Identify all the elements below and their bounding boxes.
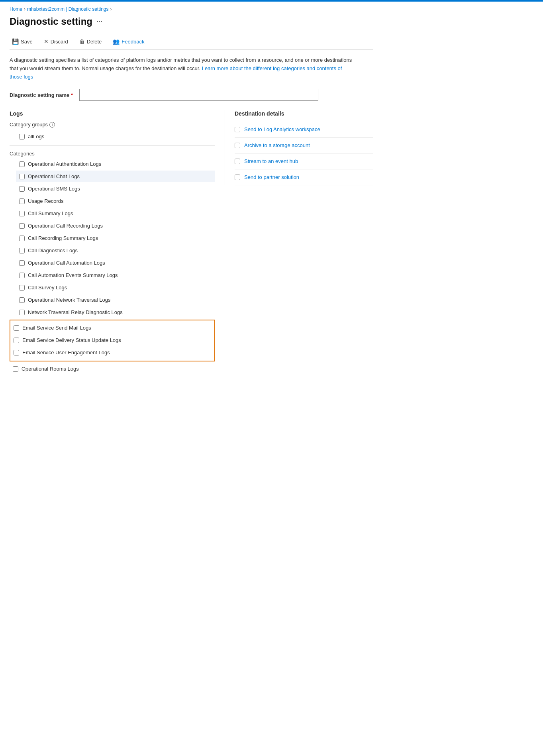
callautomationevents-label: Call Automation Events Summary Logs	[28, 272, 118, 278]
callsurvey-label: Call Survey Logs	[28, 285, 67, 291]
logs-section-title: Logs	[10, 110, 215, 117]
emailengagement-checkbox[interactable]	[14, 350, 19, 355]
info-icon[interactable]: i	[49, 122, 55, 128]
eventhub-label: Stream to an event hub	[244, 158, 298, 164]
category-groups-label: Category groups i	[10, 122, 215, 128]
delete-icon: 🗑	[79, 38, 85, 45]
auth-label: Operational Authentication Logs	[28, 161, 101, 167]
toolbar: 💾 Save ✕ Discard 🗑 Delete 👥 Feedback	[10, 33, 373, 50]
discard-button[interactable]: ✕ Discard	[41, 37, 71, 46]
save-icon: 💾	[12, 38, 19, 45]
sms-label: Operational SMS Logs	[28, 186, 80, 192]
checkbox-row-emaildelivery[interactable]: Email Service Delivery Status Update Log…	[10, 334, 214, 346]
checkbox-row-callrecording[interactable]: Operational Call Recording Logs	[16, 220, 215, 232]
emaildelivery-label: Email Service Delivery Status Update Log…	[22, 337, 121, 343]
chat-label: Operational Chat Logs	[28, 173, 80, 179]
emailsend-checkbox[interactable]	[14, 325, 19, 331]
callautomation-label: Operational Call Automation Logs	[28, 260, 105, 266]
calldiag-checkbox[interactable]	[19, 248, 25, 253]
networktraversal-label: Operational Network Traversal Logs	[28, 297, 110, 303]
feedback-icon: 👥	[113, 38, 120, 45]
separator	[10, 145, 215, 146]
page-title-row: Diagnostic setting ···	[10, 16, 373, 27]
required-indicator: *	[71, 92, 73, 98]
storage-checkbox[interactable]	[235, 143, 240, 148]
feedback-button[interactable]: 👥 Feedback	[110, 37, 147, 46]
setting-name-label: Diagnostic setting name *	[10, 92, 73, 98]
checkbox-row-callrecordingsummary[interactable]: Call Recording Summary Logs	[16, 232, 215, 244]
checkbox-row-operationalrooms[interactable]: Operational Rooms Logs	[10, 363, 215, 375]
breadcrumb-home[interactable]: Home	[10, 6, 22, 12]
checkbox-row-networktraversal[interactable]: Operational Network Traversal Logs	[16, 294, 215, 306]
destination-title: Destination details	[235, 110, 373, 117]
eventhub-checkbox[interactable]	[235, 159, 240, 164]
emailsend-label: Email Service Send Mail Logs	[22, 325, 91, 331]
partner-checkbox[interactable]	[235, 175, 240, 180]
checkbox-row-networktraversalrelay[interactable]: Network Traversal Relay Diagnostic Logs	[16, 306, 215, 318]
page-title: Diagnostic setting	[10, 16, 92, 27]
checkbox-row-usage[interactable]: Usage Records	[16, 195, 215, 207]
more-options-icon[interactable]: ···	[96, 18, 102, 26]
callrecordingsummary-label: Call Recording Summary Logs	[28, 235, 98, 241]
destination-section: Destination details Send to Log Analytic…	[225, 110, 373, 185]
checkbox-row-sms[interactable]: Operational SMS Logs	[16, 183, 215, 194]
all-logs-row-container: allLogs	[16, 131, 215, 142]
dest-row-partner[interactable]: Send to partner solution	[235, 169, 373, 185]
sms-checkbox[interactable]	[19, 186, 25, 192]
dest-row-loganalytics[interactable]: Send to Log Analytics workspace	[235, 122, 373, 137]
callsurvey-checkbox[interactable]	[19, 285, 25, 291]
partner-label: Send to partner solution	[244, 174, 299, 180]
breadcrumb-resource[interactable]: mhsbxtest2comm | Diagnostic settings	[27, 6, 109, 12]
usage-checkbox[interactable]	[19, 198, 25, 204]
checkbox-row-callsurvey[interactable]: Call Survey Logs	[16, 282, 215, 293]
delete-button[interactable]: 🗑 Delete	[77, 37, 104, 46]
chat-checkbox[interactable]	[19, 174, 25, 179]
discard-icon: ✕	[44, 38, 49, 45]
callrecording-checkbox[interactable]	[19, 223, 25, 229]
networktraversalrelay-label: Network Traversal Relay Diagnostic Logs	[28, 309, 123, 315]
emailengagement-label: Email Service User Engagement Logs	[22, 350, 110, 355]
calldiag-label: Call Diagnostics Logs	[28, 247, 78, 253]
categories-label: Categories	[10, 151, 215, 157]
checkbox-row-callsummary[interactable]: Call Summary Logs	[16, 208, 215, 219]
checkbox-row-chat[interactable]: Operational Chat Logs	[16, 171, 215, 182]
checkbox-row-auth[interactable]: Operational Authentication Logs	[16, 158, 215, 170]
operationalrooms-checkbox[interactable]	[13, 366, 18, 372]
callsummary-label: Call Summary Logs	[28, 210, 73, 216]
checkbox-row-emailsend[interactable]: Email Service Send Mail Logs	[10, 322, 214, 334]
checkbox-row-emailengagement[interactable]: Email Service User Engagement Logs	[10, 347, 214, 358]
checkbox-row-callautomationevents[interactable]: Call Automation Events Summary Logs	[16, 269, 215, 281]
callrecordingsummary-checkbox[interactable]	[19, 236, 25, 241]
main-content: Logs Category groups i allLogs Categorie…	[10, 110, 373, 375]
loganalytics-label: Send to Log Analytics workspace	[244, 126, 320, 132]
callautomation-checkbox[interactable]	[19, 260, 25, 266]
checkbox-row-callautomation[interactable]: Operational Call Automation Logs	[16, 257, 215, 269]
loganalytics-checkbox[interactable]	[235, 127, 240, 132]
save-button[interactable]: 💾 Save	[10, 37, 35, 46]
auth-checkbox[interactable]	[19, 161, 25, 167]
dest-row-storage[interactable]: Archive to a storage account	[235, 137, 373, 153]
emaildelivery-checkbox[interactable]	[14, 338, 19, 343]
usage-label: Usage Records	[28, 198, 64, 204]
networktraversal-checkbox[interactable]	[19, 297, 25, 303]
setting-name-row: Diagnostic setting name *	[10, 89, 373, 101]
alllogs-checkbox-row[interactable]: allLogs	[16, 131, 215, 142]
categories-list: Operational Authentication Logs Operatio…	[10, 158, 215, 375]
operationalrooms-label: Operational Rooms Logs	[22, 366, 79, 372]
callautomationevents-checkbox[interactable]	[19, 273, 25, 278]
logs-section: Logs Category groups i allLogs Categorie…	[10, 110, 225, 375]
alllogs-label[interactable]: allLogs	[28, 134, 44, 139]
description: A diagnostic setting specifies a list of…	[10, 56, 352, 81]
networktraversalrelay-checkbox[interactable]	[19, 310, 25, 315]
storage-label: Archive to a storage account	[244, 142, 310, 148]
email-group-box: Email Service Send Mail Logs Email Servi…	[10, 320, 215, 361]
dest-row-eventhub[interactable]: Stream to an event hub	[235, 153, 373, 169]
callsummary-checkbox[interactable]	[19, 211, 25, 216]
checkbox-row-calldiag[interactable]: Call Diagnostics Logs	[16, 245, 215, 256]
alllogs-checkbox[interactable]	[19, 134, 25, 139]
callrecording-label: Operational Call Recording Logs	[28, 223, 103, 229]
setting-name-input[interactable]	[79, 89, 318, 101]
breadcrumb: Home › mhsbxtest2comm | Diagnostic setti…	[10, 6, 373, 12]
